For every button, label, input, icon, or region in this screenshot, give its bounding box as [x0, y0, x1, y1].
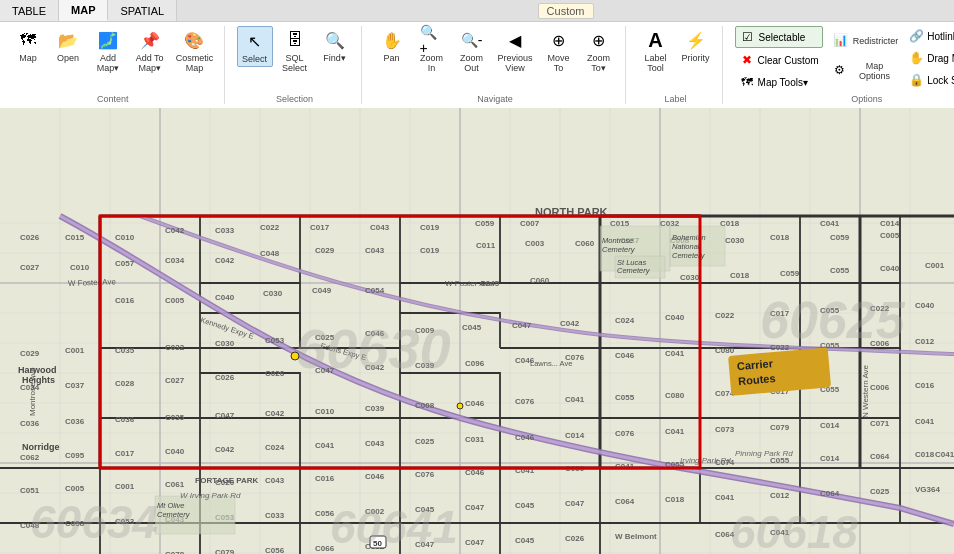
svg-text:W Irving Park Rd: W Irving Park Rd: [180, 491, 241, 500]
content-group-label: Content: [10, 92, 216, 104]
svg-point-259: [291, 352, 299, 360]
svg-text:PORTAGE PARK: PORTAGE PARK: [195, 476, 258, 485]
priority-button[interactable]: ⚡ Priority: [678, 26, 714, 65]
svg-text:Pinning Park Rd: Pinning Park Rd: [735, 449, 793, 458]
svg-text:C007: C007: [520, 219, 540, 228]
tab-map[interactable]: MAP: [59, 0, 108, 21]
move-to-label: Move To: [545, 53, 573, 73]
add-map-button[interactable]: 🗾 Add Map▾: [90, 26, 126, 75]
svg-text:C041: C041: [820, 219, 840, 228]
select-icon: ↖: [243, 29, 267, 53]
svg-text:C045: C045: [515, 536, 535, 545]
find-label: Find▾: [323, 53, 346, 63]
add-to-map-button[interactable]: 📌 Add To Map▾: [130, 26, 169, 75]
svg-text:C096: C096: [465, 359, 485, 368]
svg-text:C056: C056: [265, 546, 285, 554]
svg-text:Cemetery: Cemetery: [157, 510, 191, 519]
ribbon-group-content-items: 🗺 Map 📂 Open 🗾 Add Map▾ 📌 Add To Map▾ 🎨: [10, 26, 216, 92]
svg-text:C036: C036: [20, 419, 40, 428]
redistricter-button[interactable]: 📊 Redistricter: [827, 26, 901, 54]
map-button[interactable]: 🗺 Map: [10, 26, 46, 65]
svg-text:C010: C010: [315, 407, 335, 416]
svg-text:C055: C055: [615, 393, 635, 402]
clear-custom-button[interactable]: ✖ Clear Custom: [735, 50, 823, 70]
drag-map-button[interactable]: ✋ Drag Map: [904, 48, 954, 68]
svg-text:C001: C001: [115, 482, 135, 491]
redistricter-label: Redistricter: [853, 36, 899, 46]
svg-text:C001: C001: [65, 346, 85, 355]
svg-text:C030: C030: [263, 289, 283, 298]
svg-text:C041: C041: [565, 395, 585, 404]
find-button[interactable]: 🔍 Find▾: [317, 26, 353, 65]
svg-text:C018: C018: [770, 233, 790, 242]
map-options-icon: ⚙: [829, 58, 851, 82]
svg-text:Mt Olive: Mt Olive: [157, 501, 185, 510]
move-to-button[interactable]: ⊕ Move To: [541, 26, 577, 75]
svg-text:C041: C041: [665, 349, 685, 358]
add-to-map-label: Add To Map▾: [134, 53, 165, 73]
open-label: Open: [57, 53, 79, 63]
svg-text:C005: C005: [165, 296, 185, 305]
select-button[interactable]: ↖ Select: [237, 26, 273, 67]
zoom-in-button[interactable]: 🔍+ Zoom In: [414, 26, 450, 75]
hotlink-options-button[interactable]: 🔗 Hotlink Options: [904, 26, 954, 46]
map-tools-button[interactable]: 🗺 Map Tools▾: [735, 72, 823, 92]
svg-text:C005: C005: [880, 231, 900, 240]
priority-label: Priority: [682, 53, 710, 63]
svg-text:C012: C012: [915, 337, 935, 346]
svg-text:60634: 60634: [30, 496, 158, 548]
label-tool-label: Label Tool: [642, 53, 670, 73]
open-button[interactable]: 📂 Open: [50, 26, 86, 65]
selectable-button[interactable]: ☑ Selectable: [735, 26, 823, 48]
svg-text:C008: C008: [415, 401, 435, 410]
label-tool-button[interactable]: A Label Tool: [638, 26, 674, 75]
svg-text:Norridge: Norridge: [22, 442, 60, 452]
svg-text:C033: C033: [215, 226, 235, 235]
svg-text:VG364: VG364: [915, 485, 940, 494]
map-svg: C026 C015 C010 C042 C033 C022 C017 C043 …: [0, 108, 954, 554]
svg-text:C036: C036: [115, 415, 135, 424]
custom-label: Custom: [538, 3, 594, 19]
ribbon-group-content: 🗺 Map 📂 Open 🗾 Add Map▾ 📌 Add To Map▾ 🎨: [6, 26, 225, 104]
zoom-out-button[interactable]: 🔍- Zoom Out: [454, 26, 490, 75]
svg-text:C015: C015: [65, 233, 85, 242]
svg-text:C012: C012: [770, 491, 790, 500]
drag-map-icon: ✋: [908, 50, 924, 66]
svg-text:C040: C040: [880, 264, 900, 273]
previous-view-button[interactable]: ◀ Previous View: [494, 26, 537, 75]
svg-text:C060: C060: [575, 239, 595, 248]
zoom-to-button[interactable]: ⊕ Zoom To▾: [581, 26, 617, 75]
map-icon: 🗺: [16, 28, 40, 52]
svg-text:C095: C095: [65, 451, 85, 460]
tab-table[interactable]: TABLE: [0, 0, 59, 21]
find-icon: 🔍: [323, 28, 347, 52]
svg-text:C053: C053: [265, 336, 285, 345]
svg-text:C022: C022: [260, 223, 280, 232]
svg-text:C017: C017: [115, 449, 135, 458]
svg-text:C024: C024: [615, 316, 635, 325]
selection-group-label: Selection: [237, 92, 353, 104]
svg-point-260: [457, 403, 463, 409]
drag-map-label: Drag Map: [927, 53, 954, 64]
svg-text:C080: C080: [665, 391, 685, 400]
svg-text:C036: C036: [65, 417, 85, 426]
ribbon: 🗺 Map 📂 Open 🗾 Add Map▾ 📌 Add To Map▾ 🎨: [0, 22, 954, 108]
lock-scale-button[interactable]: 🔒 Lock Scale: [904, 70, 954, 90]
svg-text:60630: 60630: [295, 317, 451, 380]
svg-text:C026: C026: [215, 373, 235, 382]
add-map-icon: 🗾: [96, 28, 120, 52]
map-options-button[interactable]: ⚙ Map Options: [827, 56, 901, 84]
map-container[interactable]: C026 C015 C010 C042 C033 C022 C017 C043 …: [0, 108, 954, 554]
svg-text:C026: C026: [565, 534, 585, 543]
cosmetic-map-button[interactable]: 🎨 Cosmetic Map: [173, 26, 215, 75]
pan-button[interactable]: ✋ Pan: [374, 26, 410, 65]
svg-text:C079: C079: [215, 548, 235, 554]
zoom-in-icon: 🔍+: [420, 28, 444, 52]
label-group-label: Label: [638, 92, 714, 104]
ribbon-group-options-items: ☑ Selectable ✖ Clear Custom 🗺 Map Tools▾…: [735, 26, 954, 92]
tab-spatial[interactable]: SPATIAL: [108, 0, 177, 21]
move-to-icon: ⊕: [547, 28, 571, 52]
sql-select-button[interactable]: 🗄 SQL Select: [277, 26, 313, 75]
zoom-to-label: Zoom To▾: [585, 53, 613, 73]
svg-text:Irving Park Rd: Irving Park Rd: [680, 456, 731, 465]
